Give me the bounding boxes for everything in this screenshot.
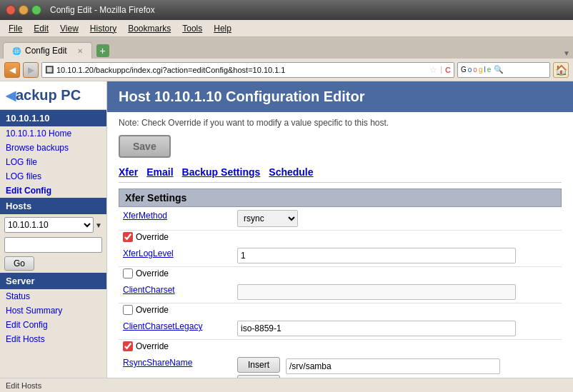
tab-bar: 🌐 Config Edit ✕ + ▼ [0,37,573,59]
status-text: Edit Hosts [6,381,41,390]
bookmark-star-icon[interactable]: ☆ [429,65,437,75]
tab-backup-settings[interactable]: Backup Settings [182,166,261,178]
tab-scroll-arrow[interactable]: ▼ [563,49,570,57]
maximize-button[interactable] [31,5,41,15]
status-bar: Edit Hosts [0,378,573,392]
home-button[interactable]: 🏠 [553,62,569,78]
xfer-method-override-row: Override [119,231,562,246]
client-charset-legacy-link[interactable]: ClientCharsetLegacy [123,321,202,331]
address-input-wrapper[interactable]: 🔲 10.10.1.20/backuppc/index.cgi?action=e… [41,62,454,78]
search-box[interactable]: G o o g l e 🔍 [457,62,550,78]
host-select-row: 10.10.1.10 ▼ [0,214,106,236]
xfer-log-level-override-label: Override [136,268,169,278]
rsync-share-name-link[interactable]: RsyncShareName [123,358,192,368]
menu-bookmarks[interactable]: Bookmarks [122,22,176,35]
browser-tab[interactable]: 🌐 Config Edit ✕ [3,42,92,59]
title-bar: Config Edit - Mozilla Firefox [0,0,573,20]
xfer-settings-title: Xfer Settings [119,189,562,207]
window-title: Config Edit - Mozilla Firefox [50,5,155,15]
client-charset-input[interactable] [237,284,516,300]
search-logo-l: l [484,66,485,74]
xfer-log-level-link[interactable]: XferLogLevel [123,248,174,258]
content-area: Host 10.10.1.10 Configuration Editor Not… [107,81,573,392]
tab-schedule[interactable]: Schedule [269,166,313,178]
logo-text: ackup PC [16,87,81,103]
xfer-log-level-override: Override [123,268,557,278]
host-select-arrow-icon: ▼ [95,221,102,229]
xfer-log-level-override-row: Override [119,267,562,282]
search-logo-g: G [461,66,467,74]
sidebar-item-host-home[interactable]: 10.10.1.10 Home [0,126,106,141]
back-button[interactable]: ◀ [4,62,20,78]
address-bar: ◀ ▶ 🔲 10.10.1.20/backuppc/index.cgi?acti… [0,59,573,81]
client-charset-legacy-override-checkbox[interactable] [123,341,133,351]
close-button[interactable] [6,5,16,15]
minimize-button[interactable] [19,5,29,15]
save-button[interactable]: Save [119,135,171,158]
client-charset-legacy-input[interactable] [237,321,516,336]
sidebar-server-title: Server [0,273,106,289]
xfer-method-override: Override [123,232,557,242]
content-header: Host 10.10.1.10 Configuration Editor [107,81,573,112]
menu-bar: File Edit View History Bookmarks Tools H… [0,20,573,37]
client-charset-override: Override [123,305,557,315]
tab-xfer[interactable]: Xfer [119,166,138,178]
xfer-method-select-wrapper: rsync smb tar rsync_bpc [237,210,557,227]
xfer-method-link[interactable]: XferMethod [123,211,167,221]
menu-edit[interactable]: Edit [28,22,54,35]
sidebar-item-edit-config[interactable]: Edit Config [0,184,106,198]
search-logo-o2: o [473,66,477,74]
tab-label: Config Edit [25,46,67,56]
sidebar-item-host-summary[interactable]: Host Summary [0,303,106,318]
menu-help[interactable]: Help [208,22,237,35]
xfer-log-level-override-checkbox[interactable] [123,268,133,278]
client-charset-override-checkbox[interactable] [123,305,133,315]
tab-email[interactable]: Email [146,166,173,178]
client-charset-legacy-override-label: Override [136,341,169,351]
logo-arrow-icon: ◀ [6,89,16,103]
sidebar-item-edit-hosts[interactable]: Edit Hosts [0,332,106,346]
host-select[interactable]: 10.10.1.10 [4,217,94,233]
menu-tools[interactable]: Tools [176,22,208,35]
sidebar-item-log-files[interactable]: LOG files [0,169,106,184]
xfer-method-override-checkbox[interactable] [123,232,133,242]
menu-view[interactable]: View [54,22,84,35]
go-button[interactable]: Go [4,256,34,271]
forward-button[interactable]: ▶ [23,62,39,78]
xfer-log-level-row: XferLogLevel [119,245,562,267]
override-note: Note: Check Override if you want to modi… [119,118,562,128]
page-title: Host 10.10.1.10 Configuration Editor [119,89,562,105]
xfer-method-select[interactable]: rsync smb tar rsync_bpc [237,210,298,227]
client-charset-override-label: Override [136,305,169,315]
menu-file[interactable]: File [3,22,28,35]
search-logo-o1: o [468,66,472,74]
sidebar: ◀ackup PC 10.10.1.10 10.10.1.10 Home Bro… [0,81,107,392]
sidebar-host-title: 10.10.1.10 [0,110,106,126]
search-logo-g2: g [479,66,483,74]
client-charset-legacy-override-row: Override [119,340,562,355]
sidebar-item-log-file[interactable]: LOG file [0,155,106,169]
client-charset-legacy-row: ClientCharsetLegacy [119,318,562,340]
rsync-share-input[interactable] [286,358,500,374]
client-charset-link[interactable]: ClientCharset [123,285,175,295]
window-controls[interactable] [6,5,41,15]
sidebar-logo: ◀ackup PC [0,81,106,110]
separator: | [440,66,442,74]
search-icon: 🔍 [494,65,504,74]
sidebar-item-server-edit-config[interactable]: Edit Config [0,318,106,332]
sidebar-item-browse-backups[interactable]: Browse backups [0,141,106,155]
config-tabs: Xfer Email Backup Settings Schedule [119,166,562,183]
host-input[interactable] [4,237,102,253]
host-input-row [0,236,106,254]
xfer-log-level-input[interactable] [237,248,516,263]
insert-button-1[interactable]: Insert [237,357,280,373]
client-charset-override-row: Override [119,303,562,318]
browser-icon: C [445,66,451,74]
client-charset-legacy-override: Override [123,341,557,351]
main-layout: ◀ackup PC 10.10.1.10 10.10.1.10 Home Bro… [0,81,573,392]
xfer-method-row: XferMethod rsync smb tar rsync_bpc [119,207,562,231]
menu-history[interactable]: History [84,22,122,35]
url-text[interactable]: 10.10.1.20/backuppc/index.cgi?action=edi… [56,66,427,74]
sidebar-item-status[interactable]: Status [0,289,106,303]
new-tab-button[interactable]: + [96,44,109,57]
